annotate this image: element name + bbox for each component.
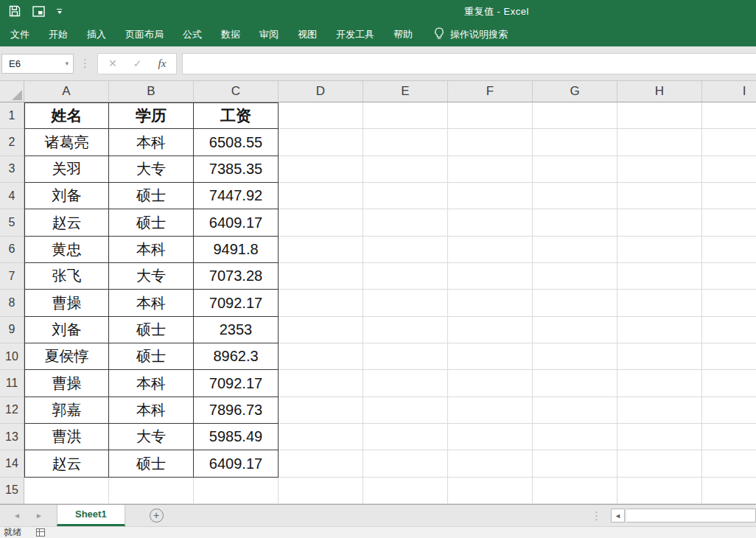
cell-I8[interactable] [702,290,756,316]
cell-E6[interactable] [363,237,448,263]
macro-record-icon[interactable] [36,528,45,537]
cell-I2[interactable] [702,129,756,156]
cell-A13[interactable]: 曹洪 [24,424,109,450]
ribbon-tab-1[interactable]: 文件 [1,22,39,46]
cell-I15[interactable] [702,478,756,504]
column-header-E[interactable]: E [363,81,448,102]
row-header-5[interactable]: 5 [0,209,24,236]
cell-E7[interactable] [363,263,448,290]
row-header-12[interactable]: 12 [0,397,24,424]
window-mode-icon[interactable] [32,6,45,17]
cell-E4[interactable] [363,183,448,209]
cell-B13[interactable]: 大专 [109,424,194,450]
cell-E3[interactable] [363,156,448,183]
row-header-11[interactable]: 11 [0,370,24,396]
cell-G10[interactable] [533,343,617,370]
ribbon-tab-10[interactable]: 帮助 [384,22,422,46]
ribbon-tab-9[interactable]: 开发工具 [326,22,384,46]
cell-B6[interactable]: 本科 [109,237,194,263]
cell-H3[interactable] [617,156,702,183]
cell-G8[interactable] [533,290,617,316]
cell-F4[interactable] [448,183,533,209]
cell-H6[interactable] [617,237,702,263]
cell-C7[interactable]: 7073.28 [194,263,279,290]
name-box[interactable]: E6 ▾ [1,54,74,74]
cell-F7[interactable] [448,263,533,290]
cell-G11[interactable] [533,370,617,396]
column-header-F[interactable]: F [448,81,533,102]
cell-B4[interactable]: 硕士 [109,183,194,209]
cell-F9[interactable] [448,317,533,343]
row-header-1[interactable]: 1 [0,102,24,129]
column-header-I[interactable]: I [702,81,756,102]
column-header-G[interactable]: G [533,81,617,102]
cell-G13[interactable] [533,424,617,450]
cell-A14[interactable]: 赵云 [24,450,109,477]
insert-function-icon[interactable]: fx [158,57,166,70]
cell-D11[interactable] [279,370,363,396]
cell-C15[interactable] [194,478,279,504]
enter-icon[interactable]: ✓ [133,57,142,69]
cell-C8[interactable]: 7092.17 [194,290,279,316]
cell-H14[interactable] [617,450,702,477]
cell-C9[interactable]: 2353 [194,317,279,343]
cell-G7[interactable] [533,263,617,290]
cell-H10[interactable] [617,343,702,370]
cell-B9[interactable]: 硕士 [109,317,194,343]
cell-E5[interactable] [363,209,448,236]
cell-D13[interactable] [279,424,363,450]
cell-E10[interactable] [363,343,448,370]
customize-qat-dropdown-icon[interactable] [57,9,62,14]
cancel-icon[interactable]: ✕ [108,57,117,69]
cell-F11[interactable] [448,370,533,396]
row-header-7[interactable]: 7 [0,263,24,290]
name-box-chevron-icon[interactable]: ▾ [65,60,69,67]
scroll-left-button[interactable]: ◄ [611,509,625,523]
cell-F14[interactable] [448,450,533,477]
cell-D15[interactable] [279,478,363,504]
cell-A6[interactable]: 黄忠 [24,237,109,263]
cell-I14[interactable] [702,450,756,477]
cell-E1[interactable] [363,102,448,129]
cell-A1[interactable]: 姓名 [24,102,109,129]
cell-G5[interactable] [533,209,617,236]
column-header-D[interactable]: D [279,81,363,102]
add-sheet-button[interactable]: + [150,509,164,523]
cell-D8[interactable] [279,290,363,316]
cell-C3[interactable]: 7385.35 [194,156,279,183]
ribbon-tab-7[interactable]: 审阅 [250,22,288,46]
cell-A4[interactable]: 刘备 [24,183,109,209]
cell-B11[interactable]: 本科 [109,370,194,396]
cell-E8[interactable] [363,290,448,316]
cell-B7[interactable]: 大专 [109,263,194,290]
cell-D2[interactable] [279,129,363,156]
cell-A12[interactable]: 郭嘉 [24,397,109,424]
cell-I6[interactable] [702,237,756,263]
column-header-C[interactable]: C [194,81,279,102]
cell-C10[interactable]: 8962.3 [194,343,279,370]
cell-A10[interactable]: 夏侯惇 [24,343,109,370]
cell-B10[interactable]: 硕士 [109,343,194,370]
cell-I12[interactable] [702,397,756,424]
column-header-H[interactable]: H [617,81,702,102]
cell-C5[interactable]: 6409.17 [194,209,279,236]
cell-F3[interactable] [448,156,533,183]
cell-B14[interactable]: 硕士 [109,450,194,477]
cell-F1[interactable] [448,102,533,129]
cell-I1[interactable] [702,102,756,129]
cell-G14[interactable] [533,450,617,477]
cell-D12[interactable] [279,397,363,424]
cell-G1[interactable] [533,102,617,129]
cell-E9[interactable] [363,317,448,343]
cell-F2[interactable] [448,129,533,156]
row-header-4[interactable]: 4 [0,183,24,209]
cell-A5[interactable]: 赵云 [24,209,109,236]
ribbon-tab-3[interactable]: 插入 [77,22,116,46]
ribbon-tab-4[interactable]: 页面布局 [116,22,173,46]
sheet-tab-sheet1[interactable]: Sheet1 [57,505,125,526]
cell-G15[interactable] [533,478,617,504]
row-header-2[interactable]: 2 [0,129,24,156]
cell-A7[interactable]: 张飞 [24,263,109,290]
row-header-14[interactable]: 14 [0,450,24,477]
cell-G6[interactable] [533,237,617,263]
